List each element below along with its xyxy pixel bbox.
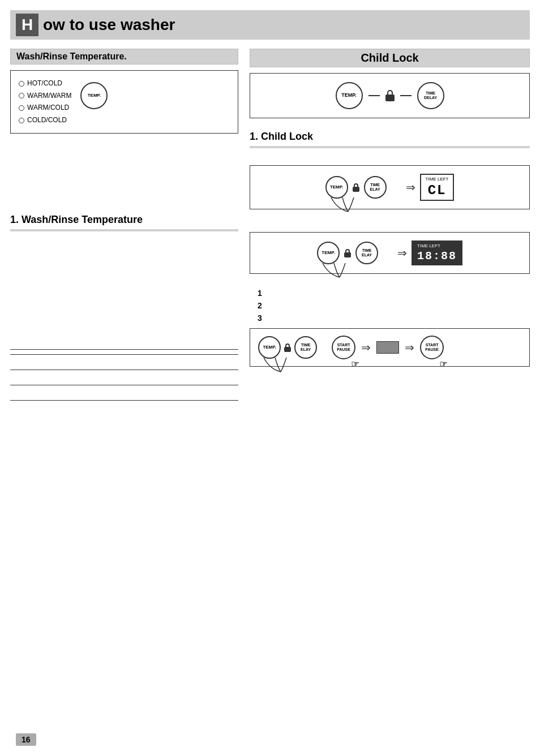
temp-option-warm-cold: WARM/COLD xyxy=(19,102,71,114)
lock-body-2 xyxy=(353,187,359,192)
lock-icon-group-2 xyxy=(353,183,359,192)
finger-icon-1: ☞ xyxy=(351,359,359,370)
left-column: Wash/Rinse Temperature. HOT/COLD WARM/WA… xyxy=(10,40,244,405)
wash-rinse-subsection: 1. Wash/Rinse Temperature xyxy=(10,212,238,231)
time-elay-btn-time: TIMEELAY xyxy=(355,242,378,264)
cl-display-label: TIME LEFT xyxy=(426,177,449,182)
arc-lines-cl xyxy=(325,197,371,214)
rule-line-3 xyxy=(10,370,238,370)
lock-shackle-2 xyxy=(354,183,358,187)
arrow-cl: ⇒ xyxy=(406,181,415,194)
main-content: Wash/Rinse Temperature. HOT/COLD WARM/WA… xyxy=(10,40,530,405)
numbered-item-3: 3 xyxy=(250,313,530,323)
time-display-value: 18:88 xyxy=(417,250,457,263)
time-delay-btn-cl1: TIMEDELAY xyxy=(417,82,444,109)
page-header: H ow to use washer xyxy=(10,10,530,40)
time-display: TIME LEFT 18:88 xyxy=(412,240,462,265)
bottom-btn-group-left: TEMP. TIMEELAY xyxy=(258,336,317,359)
child-lock-top-diagram: TEMP. TIMEDELAY xyxy=(250,73,530,118)
cl-diagram-box: TEMP. TIMEELAY ⇒ TIME LEFT CL xyxy=(250,165,530,209)
radio-cold-cold xyxy=(19,118,24,123)
dash-2 xyxy=(400,95,412,96)
finger-icon-2: ☞ xyxy=(439,359,447,370)
lock-icon-group-4 xyxy=(284,343,291,352)
time-diagram-box: TEMP. TIMEELAY ⇒ TIME LEFT 18:88 xyxy=(250,232,530,274)
time-btn-group: TEMP. TIMEELAY xyxy=(317,242,378,264)
child-lock-subsection-title: 1. Child Lock xyxy=(250,128,530,145)
radio-warm-warm xyxy=(19,93,24,98)
lock-body xyxy=(385,94,395,101)
wash-rinse-subsection-title: 1. Wash/Rinse Temperature xyxy=(10,212,238,228)
cl-display-value: CL xyxy=(426,183,449,198)
display-blank xyxy=(376,341,399,354)
temp-button[interactable]: TEMP. xyxy=(80,82,108,109)
rule-line-2 xyxy=(10,354,238,355)
numbered-item-2: 2 xyxy=(250,301,530,310)
temp-option-cold-cold: COLD/COLD xyxy=(19,114,71,127)
h-letter: H xyxy=(16,14,38,36)
time-display-label: TIME LEFT xyxy=(417,243,457,248)
cl-display: TIME LEFT CL xyxy=(420,174,455,201)
child-lock-subsection: 1. Child Lock xyxy=(250,128,530,148)
start-pause-btn-1[interactable]: STARTPAUSE ☞ xyxy=(332,336,355,359)
lock-icon-group-3 xyxy=(344,249,351,257)
arrow-bottom-1: ⇒ xyxy=(361,341,371,354)
lock-shackle xyxy=(387,90,393,94)
arc-lines-bottom xyxy=(258,358,303,375)
time-elay-btn-bottom: TIMEELAY xyxy=(294,336,317,359)
radio-warm-cold xyxy=(19,105,24,111)
temp-btn-cl1: TEMP. xyxy=(336,82,363,109)
temp-option-hot: HOT/COLD xyxy=(19,78,71,90)
temp-btn-cl2: TEMP. xyxy=(325,176,348,199)
temp-option-warm-warm: WARM/WARM xyxy=(19,90,71,102)
right-column: Child Lock TEMP. TIMEDELAY 1. Child Lock… xyxy=(244,40,530,405)
lock-body-3 xyxy=(344,252,351,257)
arrow-bottom-2: ⇒ xyxy=(405,341,414,354)
cl-btn-group: TEMP. TIMEELAY xyxy=(325,176,387,199)
temp-btn-time: TEMP. xyxy=(317,242,340,264)
bottom-diagram: TEMP. TIMEELAY STARTPAUSE ☞ ⇒ ⇒ STARTPAU… xyxy=(250,328,530,367)
time-elay-btn-cl2: TIMEELAY xyxy=(364,176,387,199)
rule-line-4 xyxy=(10,385,238,385)
radio-hot xyxy=(19,81,24,87)
temp-options-list: HOT/COLD WARM/WARM WARM/COLD COLD/COLD xyxy=(19,78,71,126)
arc-lines-time xyxy=(317,263,362,280)
arrow-time: ⇒ xyxy=(397,246,407,260)
rule-line-1 xyxy=(10,349,238,350)
start-pause-btn-2[interactable]: STARTPAUSE ☞ xyxy=(420,336,444,359)
lock-icon-group xyxy=(385,90,395,101)
dash-1 xyxy=(368,95,380,96)
lock-body-4 xyxy=(284,347,291,352)
lock-shackle-4 xyxy=(285,343,290,347)
temp-btn-bottom: TEMP. xyxy=(258,336,281,359)
lock-shackle-3 xyxy=(345,249,350,252)
page-title: ow to use washer xyxy=(43,16,175,34)
wash-rinse-section-header: Wash/Rinse Temperature. xyxy=(10,49,238,65)
child-lock-section-header: Child Lock xyxy=(250,49,530,67)
rule-line-5 xyxy=(10,400,238,401)
page-number: 16 xyxy=(16,733,36,746)
numbered-item-1: 1 xyxy=(250,289,530,298)
temp-diagram-box: HOT/COLD WARM/WARM WARM/COLD COLD/COLD T… xyxy=(10,70,238,134)
